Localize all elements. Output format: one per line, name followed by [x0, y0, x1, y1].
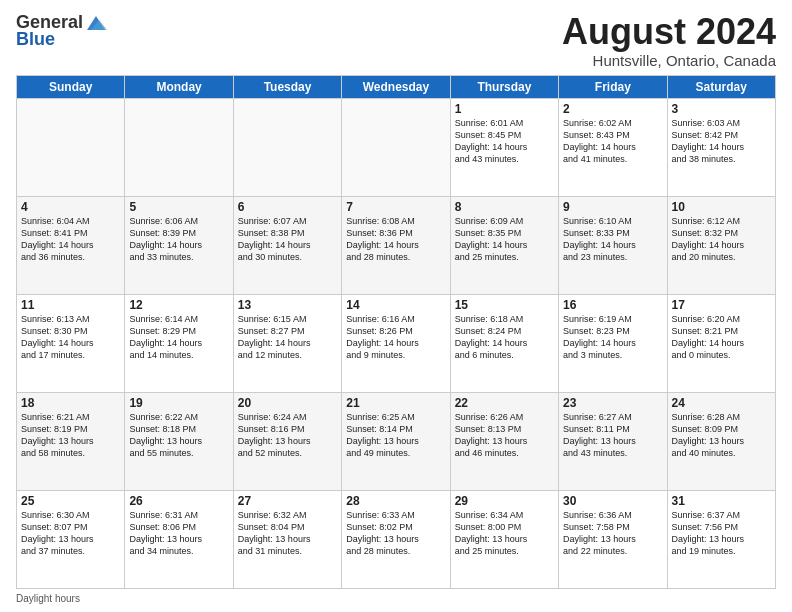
title-block: August 2024 Huntsville, Ontario, Canada [562, 12, 776, 69]
day-number: 11 [21, 298, 120, 312]
day-number: 30 [563, 494, 662, 508]
calendar-cell: 3Sunrise: 6:03 AM Sunset: 8:42 PM Daylig… [667, 98, 775, 196]
calendar-cell: 29Sunrise: 6:34 AM Sunset: 8:00 PM Dayli… [450, 490, 558, 588]
day-info: Sunrise: 6:09 AM Sunset: 8:35 PM Dayligh… [455, 215, 554, 264]
day-info: Sunrise: 6:20 AM Sunset: 8:21 PM Dayligh… [672, 313, 771, 362]
calendar-cell: 16Sunrise: 6:19 AM Sunset: 8:23 PM Dayli… [559, 294, 667, 392]
day-number: 15 [455, 298, 554, 312]
footer-note: Daylight hours [16, 593, 776, 604]
day-info: Sunrise: 6:31 AM Sunset: 8:06 PM Dayligh… [129, 509, 228, 558]
day-number: 12 [129, 298, 228, 312]
day-info: Sunrise: 6:12 AM Sunset: 8:32 PM Dayligh… [672, 215, 771, 264]
page: General Blue August 2024 Huntsville, Ont… [0, 0, 792, 612]
weekday-header-tuesday: Tuesday [233, 75, 341, 98]
weekday-header-wednesday: Wednesday [342, 75, 450, 98]
day-info: Sunrise: 6:03 AM Sunset: 8:42 PM Dayligh… [672, 117, 771, 166]
weekday-header-row: SundayMondayTuesdayWednesdayThursdayFrid… [17, 75, 776, 98]
day-info: Sunrise: 6:19 AM Sunset: 8:23 PM Dayligh… [563, 313, 662, 362]
calendar-cell: 10Sunrise: 6:12 AM Sunset: 8:32 PM Dayli… [667, 196, 775, 294]
day-info: Sunrise: 6:06 AM Sunset: 8:39 PM Dayligh… [129, 215, 228, 264]
day-info: Sunrise: 6:04 AM Sunset: 8:41 PM Dayligh… [21, 215, 120, 264]
day-number: 25 [21, 494, 120, 508]
day-number: 3 [672, 102, 771, 116]
day-number: 10 [672, 200, 771, 214]
calendar-cell: 1Sunrise: 6:01 AM Sunset: 8:45 PM Daylig… [450, 98, 558, 196]
day-number: 4 [21, 200, 120, 214]
day-number: 23 [563, 396, 662, 410]
day-info: Sunrise: 6:36 AM Sunset: 7:58 PM Dayligh… [563, 509, 662, 558]
day-info: Sunrise: 6:02 AM Sunset: 8:43 PM Dayligh… [563, 117, 662, 166]
day-info: Sunrise: 6:25 AM Sunset: 8:14 PM Dayligh… [346, 411, 445, 460]
calendar-cell: 27Sunrise: 6:32 AM Sunset: 8:04 PM Dayli… [233, 490, 341, 588]
calendar-cell: 31Sunrise: 6:37 AM Sunset: 7:56 PM Dayli… [667, 490, 775, 588]
calendar-cell: 9Sunrise: 6:10 AM Sunset: 8:33 PM Daylig… [559, 196, 667, 294]
calendar-week-3: 11Sunrise: 6:13 AM Sunset: 8:30 PM Dayli… [17, 294, 776, 392]
calendar-week-5: 25Sunrise: 6:30 AM Sunset: 8:07 PM Dayli… [17, 490, 776, 588]
day-info: Sunrise: 6:16 AM Sunset: 8:26 PM Dayligh… [346, 313, 445, 362]
calendar-cell: 26Sunrise: 6:31 AM Sunset: 8:06 PM Dayli… [125, 490, 233, 588]
calendar-cell [233, 98, 341, 196]
calendar-subtitle: Huntsville, Ontario, Canada [562, 52, 776, 69]
calendar-cell: 20Sunrise: 6:24 AM Sunset: 8:16 PM Dayli… [233, 392, 341, 490]
calendar-cell [17, 98, 125, 196]
calendar-cell: 19Sunrise: 6:22 AM Sunset: 8:18 PM Dayli… [125, 392, 233, 490]
day-info: Sunrise: 6:30 AM Sunset: 8:07 PM Dayligh… [21, 509, 120, 558]
day-number: 9 [563, 200, 662, 214]
day-info: Sunrise: 6:18 AM Sunset: 8:24 PM Dayligh… [455, 313, 554, 362]
day-info: Sunrise: 6:21 AM Sunset: 8:19 PM Dayligh… [21, 411, 120, 460]
day-info: Sunrise: 6:13 AM Sunset: 8:30 PM Dayligh… [21, 313, 120, 362]
day-info: Sunrise: 6:14 AM Sunset: 8:29 PM Dayligh… [129, 313, 228, 362]
calendar-cell: 5Sunrise: 6:06 AM Sunset: 8:39 PM Daylig… [125, 196, 233, 294]
day-number: 13 [238, 298, 337, 312]
calendar-cell: 15Sunrise: 6:18 AM Sunset: 8:24 PM Dayli… [450, 294, 558, 392]
weekday-header-sunday: Sunday [17, 75, 125, 98]
day-number: 24 [672, 396, 771, 410]
day-number: 6 [238, 200, 337, 214]
day-info: Sunrise: 6:10 AM Sunset: 8:33 PM Dayligh… [563, 215, 662, 264]
day-info: Sunrise: 6:22 AM Sunset: 8:18 PM Dayligh… [129, 411, 228, 460]
day-number: 19 [129, 396, 228, 410]
day-info: Sunrise: 6:37 AM Sunset: 7:56 PM Dayligh… [672, 509, 771, 558]
calendar-cell: 21Sunrise: 6:25 AM Sunset: 8:14 PM Dayli… [342, 392, 450, 490]
day-info: Sunrise: 6:33 AM Sunset: 8:02 PM Dayligh… [346, 509, 445, 558]
day-number: 29 [455, 494, 554, 508]
logo: General Blue [16, 12, 107, 50]
weekday-header-saturday: Saturday [667, 75, 775, 98]
calendar-cell: 17Sunrise: 6:20 AM Sunset: 8:21 PM Dayli… [667, 294, 775, 392]
logo-icon [85, 12, 107, 34]
calendar-cell [125, 98, 233, 196]
header: General Blue August 2024 Huntsville, Ont… [16, 12, 776, 69]
day-number: 28 [346, 494, 445, 508]
calendar-cell: 2Sunrise: 6:02 AM Sunset: 8:43 PM Daylig… [559, 98, 667, 196]
day-number: 7 [346, 200, 445, 214]
logo-blue-text: Blue [16, 30, 55, 50]
day-number: 20 [238, 396, 337, 410]
day-info: Sunrise: 6:27 AM Sunset: 8:11 PM Dayligh… [563, 411, 662, 460]
day-number: 31 [672, 494, 771, 508]
calendar-table: SundayMondayTuesdayWednesdayThursdayFrid… [16, 75, 776, 589]
day-info: Sunrise: 6:34 AM Sunset: 8:00 PM Dayligh… [455, 509, 554, 558]
day-number: 27 [238, 494, 337, 508]
day-number: 16 [563, 298, 662, 312]
calendar-week-4: 18Sunrise: 6:21 AM Sunset: 8:19 PM Dayli… [17, 392, 776, 490]
weekday-header-thursday: Thursday [450, 75, 558, 98]
weekday-header-monday: Monday [125, 75, 233, 98]
day-number: 22 [455, 396, 554, 410]
day-number: 8 [455, 200, 554, 214]
calendar-cell: 14Sunrise: 6:16 AM Sunset: 8:26 PM Dayli… [342, 294, 450, 392]
day-number: 17 [672, 298, 771, 312]
day-info: Sunrise: 6:28 AM Sunset: 8:09 PM Dayligh… [672, 411, 771, 460]
calendar-cell: 12Sunrise: 6:14 AM Sunset: 8:29 PM Dayli… [125, 294, 233, 392]
day-number: 2 [563, 102, 662, 116]
day-info: Sunrise: 6:15 AM Sunset: 8:27 PM Dayligh… [238, 313, 337, 362]
calendar-week-2: 4Sunrise: 6:04 AM Sunset: 8:41 PM Daylig… [17, 196, 776, 294]
calendar-cell: 11Sunrise: 6:13 AM Sunset: 8:30 PM Dayli… [17, 294, 125, 392]
calendar-cell: 25Sunrise: 6:30 AM Sunset: 8:07 PM Dayli… [17, 490, 125, 588]
calendar-cell: 8Sunrise: 6:09 AM Sunset: 8:35 PM Daylig… [450, 196, 558, 294]
calendar-cell: 6Sunrise: 6:07 AM Sunset: 8:38 PM Daylig… [233, 196, 341, 294]
day-number: 18 [21, 396, 120, 410]
calendar-week-1: 1Sunrise: 6:01 AM Sunset: 8:45 PM Daylig… [17, 98, 776, 196]
calendar-title: August 2024 [562, 12, 776, 52]
daylight-hours-label: Daylight hours [16, 593, 80, 604]
calendar-cell: 23Sunrise: 6:27 AM Sunset: 8:11 PM Dayli… [559, 392, 667, 490]
